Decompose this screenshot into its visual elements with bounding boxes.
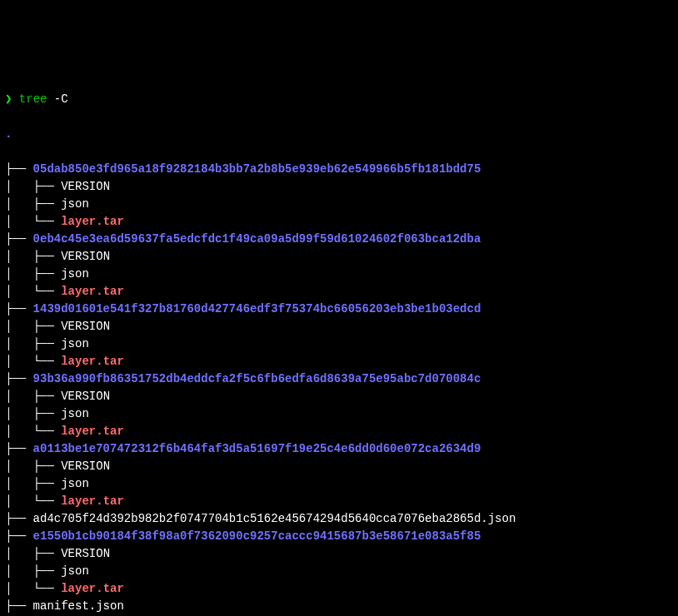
terminal-output: ❯ tree -C . ├── 05dab850e3fd965a18f92821… [5, 73, 673, 616]
tree-entry-name: layer.tar [61, 285, 124, 298]
tree-root: . [5, 126, 673, 143]
tree-row: │ └── layer.tar [5, 283, 673, 301]
tree-row: │ ├── VERSION [5, 388, 673, 405]
tree-entry-name: layer.tar [61, 355, 124, 368]
tree-row: │ ├── VERSION [5, 545, 673, 563]
prompt-line: ❯ tree -C [5, 91, 673, 108]
tree-entry-name: 93b36a990fb86351752db4eddcfa2f5c6fb6edfa… [33, 372, 481, 385]
tree-row: │ ├── json [5, 266, 673, 283]
tree-entry-name: layer.tar [61, 425, 124, 438]
tree-entry-name: ad4c705f24d392b982b2f0747704b1c5162e4567… [33, 512, 516, 525]
tree-row: ├── 1439d01601e541f327b81760d427746edf3f… [5, 301, 673, 318]
tree-entry-name: layer.tar [61, 215, 124, 228]
tree-entry-name: json [61, 564, 89, 578]
tree-row: │ ├── VERSION [5, 248, 673, 266]
tree-entry-name: 0eb4c45e3ea6d59637fa5edcfdc1f49ca09a5d99… [33, 232, 481, 246]
tree-entry-name: 1439d01601e541f327b81760d427746edf3f7537… [33, 302, 481, 315]
tree-entry-name: a0113be1e707472312f6b464faf3d5a51697f19e… [33, 442, 481, 455]
tree-entry-name: VERSION [61, 547, 110, 560]
tree-row: │ └── layer.tar [5, 493, 673, 510]
tree-row: ├── e1550b1cb90184f38f98a0f7362090c9257c… [5, 528, 673, 545]
tree-entry-name: 05dab850e3fd965a18f9282184b3bb7a2b8b5e93… [33, 162, 481, 176]
tree-body: ├── 05dab850e3fd965a18f9282184b3bb7a2b8b… [5, 161, 673, 616]
tree-row: │ └── layer.tar [5, 580, 673, 598]
tree-row: │ ├── VERSION [5, 178, 673, 196]
tree-row: │ └── layer.tar [5, 213, 673, 231]
tree-entry-name: json [61, 337, 89, 350]
tree-row: ├── manifest.json [5, 598, 673, 615]
tree-row: ├── 0eb4c45e3ea6d59637fa5edcfdc1f49ca09a… [5, 231, 673, 248]
tree-entry-name: layer.tar [61, 494, 124, 508]
tree-row: │ └── layer.tar [5, 423, 673, 440]
tree-entry-name: json [61, 267, 89, 281]
tree-entry-name: VERSION [61, 320, 110, 333]
tree-entry-name: json [61, 197, 89, 211]
tree-entry-name: layer.tar [61, 582, 124, 595]
tree-entry-name: e1550b1cb90184f38f98a0f7362090c9257caccc… [33, 529, 481, 543]
tree-entry-name: json [61, 407, 89, 420]
tree-entry-name: json [61, 477, 89, 490]
tree-row: │ └── layer.tar [5, 353, 673, 370]
tree-row: ├── ad4c705f24d392b982b2f0747704b1c5162e… [5, 510, 673, 528]
tree-row: │ ├── json [5, 405, 673, 423]
tree-row: │ ├── json [5, 475, 673, 493]
tree-entry-name: VERSION [61, 460, 110, 473]
tree-row: ├── a0113be1e707472312f6b464faf3d5a51697… [5, 440, 673, 458]
command: tree [19, 92, 47, 106]
prompt-symbol: ❯ [5, 92, 12, 106]
tree-entry-name: VERSION [61, 390, 110, 403]
tree-row: ├── 05dab850e3fd965a18f9282184b3bb7a2b8b… [5, 161, 673, 178]
tree-row: │ ├── VERSION [5, 458, 673, 475]
tree-row: │ ├── json [5, 196, 673, 213]
tree-row: │ ├── json [5, 563, 673, 580]
tree-entry-name: VERSION [61, 250, 110, 263]
tree-entry-name: VERSION [61, 180, 110, 193]
tree-row: │ ├── json [5, 335, 673, 353]
tree-row: │ ├── VERSION [5, 318, 673, 335]
tree-entry-name: manifest.json [33, 599, 124, 613]
tree-row: ├── 93b36a990fb86351752db4eddcfa2f5c6fb6… [5, 370, 673, 388]
command-arg: -C [54, 92, 68, 106]
